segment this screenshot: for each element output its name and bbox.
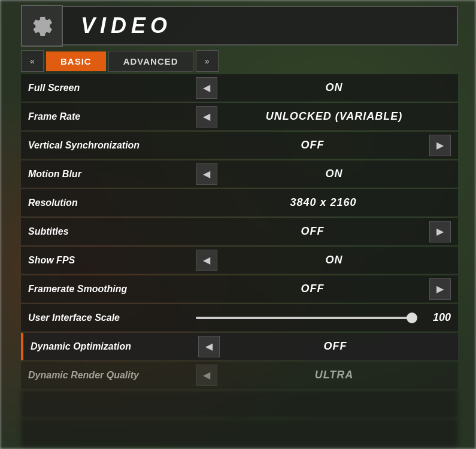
page-title: VIDEO (81, 13, 172, 38)
vertical-sync-value: OFF (196, 139, 429, 151)
tab-advanced[interactable]: ADVANCED (108, 51, 193, 72)
dynamic-render-quality-left-arrow[interactable]: ◀ (196, 365, 217, 386)
full-screen-value: ON (217, 81, 451, 94)
setting-label-frame-rate: Frame Rate (28, 111, 196, 122)
setting-row-show-fps: Show FPS ◀ ON (21, 247, 458, 274)
setting-control-subtitles: OFF ▶ (196, 221, 451, 242)
setting-label-subtitles: Subtitles (28, 226, 196, 237)
gear-icon (30, 14, 54, 38)
setting-control-ui-scale: 100 (196, 311, 451, 324)
subtitles-right-arrow[interactable]: ▶ (429, 221, 451, 242)
tab-basic[interactable]: BASIC (46, 51, 106, 71)
panel-header: VIDEO (21, 5, 458, 47)
setting-label-full-screen: Full Screen (28, 83, 196, 93)
tab-forward-button[interactable]: » (196, 50, 219, 72)
video-settings-panel: VIDEO « BASIC ADVANCED » Full Screen ◀ O… (21, 5, 458, 447)
gear-box (21, 5, 63, 47)
frame-rate-left-arrow[interactable]: ◀ (196, 106, 217, 128)
tab-bar: « BASIC ADVANCED » (21, 50, 458, 72)
setting-row-dynamic-optimization: Dynamic Optimization ◀ OFF (21, 333, 458, 360)
setting-label-resolution: Resolution (28, 198, 196, 208)
subtitles-value: OFF (196, 225, 429, 238)
ui-scale-slider-container: 100 (196, 311, 451, 324)
ui-scale-slider-thumb[interactable] (407, 313, 417, 323)
ui-scale-slider-fill (196, 317, 416, 319)
setting-row-dynamic-render-quality: Dynamic Render Quality ◀ ULTRA (21, 362, 458, 389)
setting-row-motion-blur: Motion Blur ◀ ON (21, 160, 458, 188)
setting-control-motion-blur: ◀ ON (196, 163, 451, 185)
framerate-smoothing-value: OFF (196, 283, 429, 295)
setting-row-framerate-smoothing: Framerate Smoothing OFF ▶ (21, 275, 458, 303)
frame-rate-value: UNLOCKED (VARIABLE) (217, 110, 451, 123)
setting-label-framerate-smoothing: Framerate Smoothing (28, 284, 196, 295)
setting-control-framerate-smoothing: OFF ▶ (196, 278, 451, 300)
setting-row-subtitles: Subtitles OFF ▶ (21, 218, 458, 245)
ui-scale-slider-track[interactable] (196, 317, 416, 319)
settings-list: Full Screen ◀ ON Frame Rate ◀ UNLOCKED (… (21, 74, 458, 447)
dynamic-optimization-value: OFF (220, 340, 451, 353)
blurred-row-1 (21, 390, 458, 418)
dynamic-render-quality-value: ULTRA (217, 369, 451, 381)
setting-control-show-fps: ◀ ON (196, 250, 451, 271)
setting-control-dynamic-render-quality: ◀ ULTRA (196, 365, 451, 386)
setting-label-ui-scale: User Interface Scale (28, 313, 196, 323)
setting-label-dynamic-optimization: Dynamic Optimization (31, 341, 198, 352)
setting-label-dynamic-render-quality: Dynamic Render Quality (28, 370, 196, 381)
show-fps-left-arrow[interactable]: ◀ (196, 250, 217, 271)
framerate-smoothing-right-arrow[interactable]: ▶ (429, 278, 451, 300)
motion-blur-left-arrow[interactable]: ◀ (196, 163, 217, 185)
show-fps-value: ON (217, 254, 451, 266)
setting-control-vertical-sync: OFF ▶ (196, 135, 451, 156)
setting-row-ui-scale: User Interface Scale 100 (21, 304, 458, 332)
ui-scale-value: 100 (421, 311, 451, 324)
resolution-value: 3840 x 2160 (196, 196, 451, 209)
setting-label-vertical-sync: Vertical Synchronization (28, 140, 196, 151)
setting-label-motion-blur: Motion Blur (28, 169, 196, 180)
vertical-sync-right-arrow[interactable]: ▶ (429, 135, 451, 156)
setting-row-full-screen: Full Screen ◀ ON (21, 74, 458, 102)
blurred-row-2 (21, 419, 458, 447)
setting-control-full-screen: ◀ ON (196, 77, 451, 99)
setting-label-show-fps: Show FPS (28, 255, 196, 266)
tab-back-button[interactable]: « (21, 50, 44, 72)
setting-control-dynamic-optimization: ◀ OFF (198, 336, 451, 357)
setting-row-frame-rate: Frame Rate ◀ UNLOCKED (VARIABLE) (21, 103, 458, 131)
setting-control-frame-rate: ◀ UNLOCKED (VARIABLE) (196, 106, 451, 128)
motion-blur-value: ON (217, 168, 451, 180)
setting-row-vertical-sync: Vertical Synchronization OFF ▶ (21, 132, 458, 159)
title-box: VIDEO (63, 6, 458, 45)
setting-control-resolution: 3840 x 2160 (196, 196, 451, 209)
full-screen-left-arrow[interactable]: ◀ (196, 77, 217, 99)
dynamic-optimization-left-arrow[interactable]: ◀ (198, 336, 220, 357)
setting-row-resolution: Resolution 3840 x 2160 (21, 189, 458, 217)
